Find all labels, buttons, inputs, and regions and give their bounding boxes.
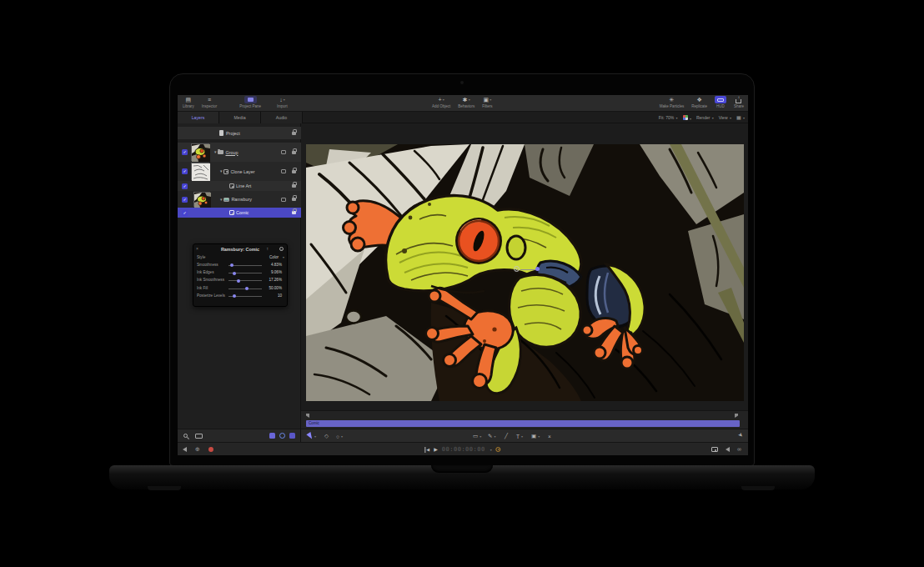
clock-icon[interactable] — [496, 447, 501, 452]
keyframe-record-icon[interactable]: ⊕ — [195, 446, 200, 453]
loop-icon[interactable]: ∞ — [737, 446, 741, 453]
layer-row-comic[interactable]: ✓ Comic — [178, 208, 301, 218]
import-icon: ↓▾ — [279, 96, 285, 103]
channels-dropdown[interactable]: ▾ — [683, 115, 691, 121]
lid-notch — [431, 465, 493, 473]
lock-icon[interactable] — [292, 184, 296, 188]
speaker-icon[interactable] — [726, 447, 730, 452]
layer-row-group[interactable]: ✓ ▼ Group — [178, 143, 301, 162]
timeline-clip-bar[interactable]: Comic — [306, 420, 740, 427]
layer-checkbox[interactable]: ✓ — [182, 149, 188, 155]
render-dropdown[interactable]: Render ▾ — [696, 115, 714, 120]
zoom-level-dropdown[interactable]: Fit: 70% ▾ — [659, 115, 678, 120]
layer-row-line-art[interactable]: ✓ Line Art — [178, 181, 301, 191]
library-button[interactable]: ▤ Library — [183, 96, 194, 108]
layer-checkbox[interactable]: ✓ — [182, 168, 188, 174]
ink-smoothness-slider[interactable] — [228, 280, 262, 281]
lock-icon[interactable] — [292, 211, 296, 214]
ink-fill-slider[interactable] — [228, 289, 262, 289]
slider-knob[interactable] — [233, 294, 236, 298]
osc-anchor-icon[interactable]: ✕ — [514, 266, 520, 272]
filmstrip-icon[interactable] — [195, 434, 203, 439]
timecode-dropdown-icon[interactable]: ▾ — [490, 448, 492, 452]
style-dropdown[interactable]: Color — [269, 255, 279, 259]
blend-badge-icon[interactable] — [281, 169, 286, 173]
tab-layers[interactable]: Layers — [178, 112, 219, 123]
lock-icon[interactable] — [292, 198, 296, 201]
tab-media[interactable]: Media — [219, 112, 261, 123]
canvas[interactable]: ✕ — [301, 123, 748, 410]
info-icon[interactable]: i — [279, 247, 284, 251]
blend-badge-icon[interactable] — [281, 150, 286, 154]
lock-icon[interactable] — [292, 132, 296, 135]
layer-row-project[interactable]: Project — [178, 127, 301, 139]
import-button[interactable]: ↓▾ Import — [277, 96, 288, 108]
hud-panel[interactable]: × Ramsbury: Comic ↕ i Style Color ▾ Smoo… — [193, 243, 288, 307]
disclosure-triangle-icon[interactable]: ▼ — [219, 169, 223, 173]
hud-button[interactable]: HUD — [715, 96, 726, 108]
layer-thumbnail — [191, 163, 209, 180]
mute-icon[interactable] — [183, 447, 187, 452]
blend-badge-icon[interactable] — [281, 198, 286, 202]
filters-button[interactable]: ▣▾ Filters — [482, 96, 492, 108]
rectangle-tool[interactable]: ▭▾ — [473, 432, 481, 440]
add-object-icon: +▾ — [439, 96, 444, 103]
camera-icon[interactable] — [711, 447, 718, 452]
slider-knob[interactable] — [237, 279, 240, 283]
mask-tool[interactable]: ▣▾ — [531, 432, 540, 440]
select-tool[interactable]: ▾ — [308, 432, 316, 440]
tab-audio[interactable]: Audio — [261, 112, 303, 123]
behaviors-button[interactable]: ✱▾ Behaviors — [458, 96, 475, 108]
cursor-arrow-icon — [306, 432, 314, 440]
share-icon: ↑ — [736, 99, 741, 103]
onscreen-control[interactable]: ✕ — [514, 265, 542, 273]
transform-tool[interactable]: ◇ — [324, 432, 329, 440]
view-dropdown[interactable]: View ▾ — [719, 115, 731, 120]
layout-dropdown[interactable]: ▦ ▾ — [736, 115, 745, 120]
object-filter-3d-icon[interactable] — [269, 433, 275, 439]
cut-tool[interactable]: × — [548, 432, 551, 440]
layer-checkbox[interactable]: ✓ — [182, 197, 188, 203]
inspector-button[interactable]: ≡ Inspector — [202, 96, 218, 108]
go-to-start-button[interactable]: ◀ — [424, 447, 429, 453]
layer-row-clone-layer[interactable]: ✓ ▼ Clone Layer — [178, 162, 301, 181]
add-object-button[interactable]: +▾ Add Object — [432, 96, 450, 108]
hud-icon — [715, 96, 726, 103]
share-button[interactable]: ↑ Share — [734, 96, 744, 108]
slider-knob[interactable] — [230, 263, 234, 267]
bezier-tool[interactable]: ✎▾ — [488, 432, 495, 440]
object-filter-square-icon[interactable] — [289, 433, 295, 439]
lock-icon[interactable] — [292, 170, 296, 173]
layer-checkbox[interactable]: ✓ — [182, 183, 188, 189]
project-pane-button[interactable]: Project Pane — [239, 96, 261, 108]
slider-knob[interactable] — [245, 287, 249, 290]
osc-track — [520, 269, 535, 270]
record-button[interactable] — [208, 447, 213, 452]
posterize-levels-slider[interactable] — [228, 296, 262, 297]
in-point-marker[interactable] — [306, 414, 309, 418]
layer-row-ramsbury[interactable]: ✓ ▼ Ramsbury — [178, 191, 301, 208]
replicate-button[interactable]: ❖ Replicate — [691, 96, 707, 108]
play-button[interactable]: ▶ — [434, 446, 438, 453]
hud-stepper-icon[interactable]: ↕ — [267, 246, 269, 251]
out-point-marker[interactable] — [735, 414, 738, 418]
behaviors-gear-icon: ✱▾ — [463, 96, 470, 103]
timecode[interactable]: 00:00:00:00 — [442, 446, 485, 453]
pan-tool[interactable]: ○▾ — [336, 432, 343, 440]
osc-handle[interactable] — [535, 267, 540, 271]
layer-checkbox[interactable]: ✓ — [182, 210, 188, 216]
disclosure-triangle-icon[interactable]: ▼ — [213, 150, 217, 154]
line-tool[interactable]: ╱ — [505, 432, 508, 440]
search-icon[interactable] — [183, 434, 188, 438]
laptop-foot — [148, 486, 181, 490]
make-particles-button[interactable]: ✳ Make Particles — [660, 96, 685, 108]
layers-panel-footer — [178, 429, 301, 442]
lock-icon[interactable] — [292, 151, 296, 154]
resize-arrow-icon[interactable]: ➤ — [736, 431, 745, 439]
slider-knob[interactable] — [233, 272, 236, 275]
text-tool[interactable]: T▾ — [516, 432, 523, 440]
ink-edges-slider[interactable] — [228, 273, 262, 273]
smoothness-slider[interactable] — [228, 265, 262, 266]
object-filter-circle-icon[interactable] — [279, 433, 285, 439]
disclosure-triangle-icon[interactable]: ▼ — [219, 198, 223, 202]
